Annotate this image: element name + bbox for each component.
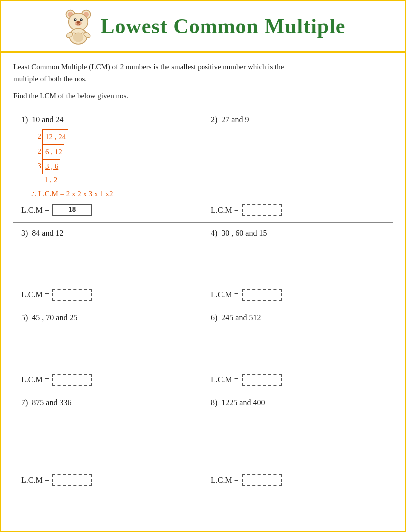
- page-title: Lowest Common Multiple: [101, 14, 346, 38]
- division-work: 2 12 , 24 2 6 , 12 3 3 , 6: [33, 129, 195, 186]
- problem-cell-5: 5) 45 , 70 and 25 L.C.M =: [13, 307, 203, 392]
- problem-5-label: 5) 45 , 70 and 25: [21, 313, 195, 322]
- problem-row-2: 3) 84 and 12 L.C.M = 4) 30 , 60 and 15: [13, 223, 393, 307]
- lcm-label-8: L.C.M =: [211, 476, 239, 485]
- lcm-label-5: L.C.M =: [21, 375, 49, 384]
- answer-box-3[interactable]: [52, 289, 92, 301]
- lcm-label-1: L.C.M =: [21, 206, 49, 215]
- answer-box-1[interactable]: 18: [52, 204, 92, 216]
- lcm-answer-row-8: L.C.M =: [211, 470, 385, 486]
- lcm-formula: ∴ L.C.M = 2 x 2 x 3 x 1 x2: [31, 189, 195, 198]
- problem-1-label: 1) 10 and 24: [21, 115, 195, 124]
- answer-box-8[interactable]: [242, 474, 282, 486]
- page: Lowest Common Multiple Least Common Mult…: [0, 0, 406, 532]
- answer-box-4[interactable]: [242, 289, 282, 301]
- problem-cell-4: 4) 30 , 60 and 15 L.C.M =: [203, 223, 393, 307]
- desc-line1: Least Common Multiple (LCM) of 2 numbers…: [13, 61, 393, 73]
- problem-row-4: 7) 875 and 336 L.C.M = 8) 1225 and 400: [13, 392, 393, 492]
- lcm-label-7: L.C.M =: [21, 476, 49, 485]
- problem-8-label: 8) 1225 and 400: [211, 398, 385, 407]
- svg-point-12: [73, 32, 83, 42]
- lcm-answer-row-2: L.C.M =: [211, 200, 385, 216]
- answer-box-5[interactable]: [52, 374, 92, 386]
- problem-cell-8: 8) 1225 and 400 L.C.M =: [203, 392, 393, 492]
- svg-point-8: [81, 19, 82, 20]
- svg-point-7: [75, 19, 76, 20]
- lcm-label-4: L.C.M =: [211, 290, 239, 299]
- lcm-answer-row-7: L.C.M =: [21, 470, 195, 486]
- desc-line2: multiple of both the nos.: [13, 73, 393, 85]
- lcm-label-6: L.C.M =: [211, 375, 239, 384]
- problem-4-label: 4) 30 , 60 and 15: [211, 229, 385, 238]
- lcm-label-2: L.C.M =: [211, 206, 239, 215]
- problem-cell-7: 7) 875 and 336 L.C.M =: [13, 392, 203, 492]
- svg-point-5: [74, 18, 76, 21]
- lcm-label-3: L.C.M =: [21, 290, 49, 299]
- description: Least Common Multiple (LCM) of 2 numbers…: [13, 61, 393, 85]
- answer-box-2[interactable]: [242, 204, 282, 216]
- problem-cell-1: 1) 10 and 24 2 12 , 24 2 6 , 12: [13, 109, 203, 222]
- problem-row-3: 5) 45 , 70 and 25 L.C.M = 6) 245 and 512: [13, 307, 393, 392]
- problem-cell-2: 2) 27 and 9 L.C.M =: [203, 109, 393, 222]
- problem-6-label: 6) 245 and 512: [211, 313, 385, 322]
- problem-row-1: 1) 10 and 24 2 12 , 24 2 6 , 12: [13, 109, 393, 223]
- problems-grid: 1) 10 and 24 2 12 , 24 2 6 , 12: [13, 109, 393, 492]
- answer-box-7[interactable]: [52, 474, 92, 486]
- answer-box-6[interactable]: [242, 374, 282, 386]
- problem-3-label: 3) 84 and 12: [21, 229, 195, 238]
- lcm-answer-row-6: L.C.M =: [211, 370, 385, 386]
- svg-point-10: [76, 21, 80, 24]
- lcm-answer-row-5: L.C.M =: [21, 370, 195, 386]
- lcm-answer-row-3: L.C.M =: [21, 285, 195, 301]
- bear-icon: [61, 6, 96, 46]
- instruction: Find the LCM of the below given nos.: [13, 92, 393, 100]
- lcm-answer-row-4: L.C.M =: [211, 285, 385, 301]
- problem-2-label: 2) 27 and 9: [211, 115, 385, 124]
- lcm-answer-row-1: L.C.M = 18: [21, 200, 195, 216]
- problem-7-label: 7) 875 and 336: [21, 398, 195, 407]
- problem-cell-3: 3) 84 and 12 L.C.M =: [13, 223, 203, 307]
- header: Lowest Common Multiple: [1, 1, 405, 53]
- content: Least Common Multiple (LCM) of 2 numbers…: [1, 53, 405, 502]
- problem-cell-6: 6) 245 and 512 L.C.M =: [203, 307, 393, 392]
- svg-point-6: [80, 18, 82, 21]
